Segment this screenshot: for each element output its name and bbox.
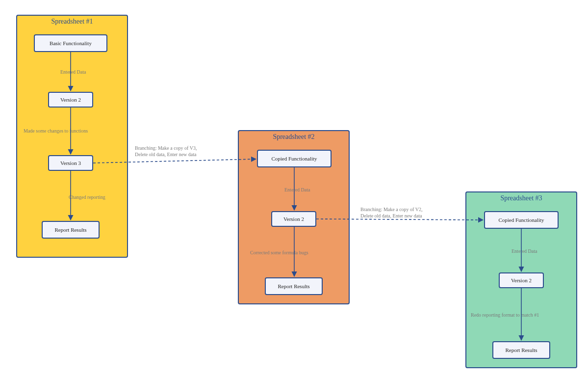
node-s3-version2: Version 2 <box>499 272 544 288</box>
node-s2-copied: Copied Functionality <box>257 150 332 167</box>
node-s1-report: Report Results <box>42 221 100 239</box>
spreadsheet-1-title: Spreadsheet #1 <box>51 18 93 26</box>
branch-1-label: Branching: Make a copy of V3, Delete old… <box>135 145 197 158</box>
edge-s2-entered-data: Entered Data <box>284 187 310 193</box>
node-s3-report: Report Results <box>492 341 550 359</box>
edge-s2-corrected: Corrected some formula bugs <box>250 249 308 256</box>
node-s2-report: Report Results <box>265 277 323 295</box>
branch-2-label: Branching: Make a copy of V2, Delete old… <box>360 206 422 219</box>
node-basic-functionality: Basic Functionality <box>34 34 107 52</box>
node-s2-version2: Version 2 <box>271 211 316 227</box>
edge-s1-entered-data: Entered Data <box>60 69 86 75</box>
edge-s3-redo: Redo reporting format to match #1 <box>471 312 539 318</box>
node-s1-version2: Version 2 <box>48 92 93 108</box>
node-s3-copied: Copied Functionality <box>484 211 559 229</box>
edge-s1-changes: Made some changes to functions <box>24 128 88 134</box>
edge-s3-entered-data: Entered Data <box>511 248 537 254</box>
edge-s1-changed-reporting: Changed reporting <box>69 194 105 200</box>
spreadsheet-3-title: Spreadsheet #3 <box>500 194 542 202</box>
node-s1-version3: Version 3 <box>48 155 93 171</box>
spreadsheet-2-title: Spreadsheet #2 <box>273 133 314 141</box>
